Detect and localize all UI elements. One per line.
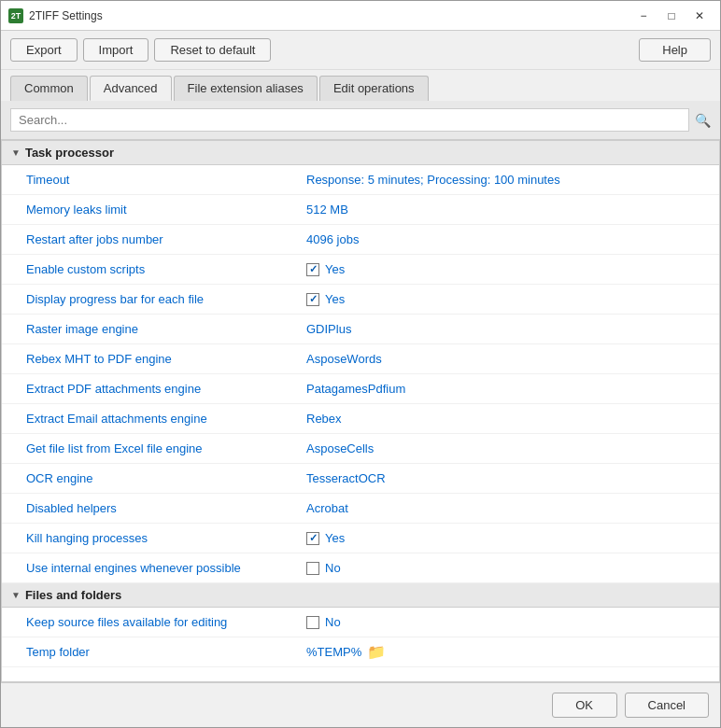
- close-button[interactable]: ✕: [686, 6, 713, 26]
- reset-button[interactable]: Reset to default: [154, 38, 271, 62]
- window-controls: − □ ✕: [630, 6, 713, 26]
- search-icon[interactable]: 🔍: [695, 113, 711, 128]
- help-button[interactable]: Help: [639, 38, 711, 62]
- row-excel-engine: Get file list from Excel file engine Asp…: [2, 434, 719, 464]
- tab-edit-operations[interactable]: Edit operations: [319, 76, 429, 101]
- footer: OK Cancel: [1, 682, 720, 727]
- row-timeout: Timeout Response: 5 minutes; Processing:…: [2, 165, 719, 195]
- row-memory-leaks-limit: Memory leaks limit 512 MB: [2, 195, 719, 225]
- row-ocr-engine: OCR engine TesseractOCR: [2, 464, 719, 494]
- import-button[interactable]: Import: [83, 38, 149, 62]
- row-extract-email-engine: Extract Email attachments engine Rebex: [2, 404, 719, 434]
- row-kill-hanging-processes: Kill hanging processes Yes: [2, 524, 719, 553]
- row-display-progress-bar: Display progress bar for each file Yes: [2, 285, 719, 315]
- row-disabled-helpers: Disabled helpers Acrobat: [2, 494, 719, 524]
- search-input[interactable]: [10, 108, 689, 132]
- checkbox-keep-source-files[interactable]: [306, 616, 319, 629]
- checkbox-use-internal-engines[interactable]: [306, 562, 319, 575]
- row-keep-source-files: Keep source files available for editing …: [2, 608, 719, 637]
- window-title: 2TIFF Settings: [29, 9, 630, 22]
- checkbox-display-progress-bar[interactable]: [306, 293, 319, 306]
- row-extract-pdf-engine: Extract PDF attachments engine Patagames…: [2, 374, 719, 404]
- row-enable-custom-scripts: Enable custom scripts Yes: [2, 255, 719, 285]
- collapse-icon-files[interactable]: ▼: [11, 590, 21, 600]
- ok-button[interactable]: OK: [552, 693, 617, 718]
- export-button[interactable]: Export: [10, 38, 78, 62]
- main-window: 2T 2TIFF Settings − □ ✕ Export Import Re…: [0, 0, 721, 728]
- tab-advanced[interactable]: Advanced: [90, 76, 172, 101]
- collapse-icon[interactable]: ▼: [11, 147, 21, 158]
- checkbox-enable-custom-scripts[interactable]: [306, 263, 319, 276]
- tab-file-extension-aliases[interactable]: File extension aliases: [174, 76, 318, 101]
- folder-icon[interactable]: 📁: [367, 643, 386, 661]
- checkbox-kill-hanging-processes[interactable]: [306, 532, 319, 545]
- minimize-button[interactable]: −: [630, 6, 657, 26]
- settings-panel: ▼ Task processor Timeout Response: 5 min…: [1, 140, 720, 682]
- tab-common[interactable]: Common: [10, 76, 88, 101]
- app-icon: 2T: [8, 8, 23, 23]
- row-rebex-mht-engine: Rebex MHT to PDF engine AsposeWords: [2, 344, 719, 374]
- section-header-files-folders: ▼ Files and folders: [2, 583, 719, 608]
- row-use-internal-engines: Use internal engines whenever possible N…: [2, 553, 719, 583]
- content-area: ▼ Task processor Timeout Response: 5 min…: [1, 140, 720, 682]
- row-temp-folder: Temp folder %TEMP% 📁: [2, 637, 719, 667]
- search-bar: 🔍: [1, 101, 720, 140]
- title-bar: 2T 2TIFF Settings − □ ✕: [1, 1, 720, 31]
- cancel-button[interactable]: Cancel: [625, 693, 709, 718]
- toolbar: Export Import Reset to default Help: [1, 31, 720, 70]
- section-header-task-processor: ▼ Task processor: [2, 141, 719, 165]
- row-restart-jobs: Restart after jobs number 4096 jobs: [2, 225, 719, 255]
- maximize-button[interactable]: □: [658, 6, 685, 26]
- row-raster-image-engine: Raster image engine GDIPlus: [2, 315, 719, 344]
- tab-bar: Common Advanced File extension aliases E…: [1, 70, 720, 101]
